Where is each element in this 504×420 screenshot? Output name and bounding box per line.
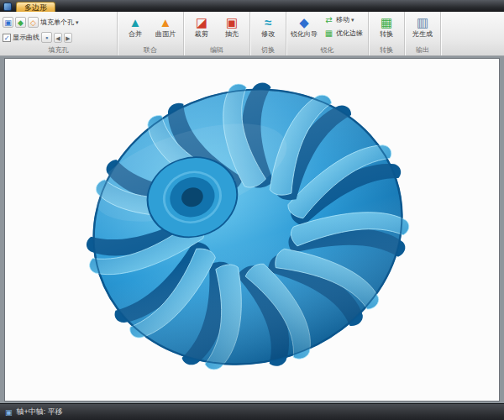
status-text: 轴+中轴: 平移: [17, 407, 63, 417]
show-curve-row: ✓ 显示曲线 ▪ ◀ ▶: [3, 31, 79, 44]
move-label: 移动: [336, 15, 349, 24]
move-icon: ⇄: [323, 15, 334, 24]
status-mode-icon: ▣: [5, 408, 13, 417]
impeller-model[interactable]: [5, 59, 499, 401]
group-label-switch: 切换: [250, 45, 286, 55]
edge-optimize-button[interactable]: ▦ 优化边缘: [321, 27, 365, 39]
main-area: [0, 56, 504, 403]
statusbar: ▣ 轴+中轴: 平移: [0, 403, 504, 420]
sharpen-wizard-label: 锐化向导: [291, 30, 318, 38]
app-window: 多边形 ▣ ◆ ◇ 填充单个孔 ▾ ✓ 显示曲线 ▪ ◀ ▶: [0, 0, 504, 420]
trim-icon: ◪: [196, 14, 207, 30]
ribbon-group-switch: ≈ 修改 切换: [250, 12, 286, 55]
group-label-sharpen: 锐化: [286, 45, 368, 55]
shell-button[interactable]: ▣ 抽壳: [217, 13, 247, 39]
edge-optimize-label: 优化边缘: [336, 29, 363, 38]
sharpen-wizard-icon: ◆: [299, 14, 309, 30]
generate-button[interactable]: ▥ 光生成: [407, 13, 438, 39]
modify-icon: ≈: [265, 14, 271, 30]
ribbon: ▣ ◆ ◇ 填充单个孔 ▾ ✓ 显示曲线 ▪ ◀ ▶ 填充孔 ▲: [0, 12, 504, 56]
modify-label: 修改: [261, 30, 275, 38]
fill-hole-icon[interactable]: ▣: [3, 17, 13, 28]
surface-patch-icon: ▲: [160, 14, 172, 30]
ribbon-group-fill-holes: ▣ ◆ ◇ 填充单个孔 ▾ ✓ 显示曲线 ▪ ◀ ▶ 填充孔: [0, 12, 118, 55]
ribbon-group-edit: ◪ 裁剪 ▣ 抽壳 编辑: [184, 12, 250, 55]
convert-label: 转换: [380, 30, 393, 38]
merge-icon: ▲: [129, 14, 142, 30]
model-viewport[interactable]: [4, 58, 500, 402]
ribbon-group-merge: ▲ 合并 ▲ 曲面片 联合: [118, 12, 184, 55]
group-label-fill: 填充孔: [0, 45, 117, 55]
tab-polygon[interactable]: 多边形: [16, 2, 55, 12]
next-hole-icon[interactable]: ▶: [64, 33, 72, 43]
ribbon-group-convert: ▦ 转换 转换: [369, 12, 405, 55]
convert-button[interactable]: ▦ 转换: [371, 13, 402, 39]
shell-icon: ▣: [226, 14, 238, 30]
fill-mode-icon[interactable]: ◆: [15, 17, 26, 28]
move-button[interactable]: ⇄ 移动 ▾: [321, 13, 365, 26]
generate-label: 光生成: [412, 30, 433, 38]
generate-icon: ▥: [417, 14, 428, 30]
surface-patch-label: 曲面片: [155, 30, 176, 38]
modify-button[interactable]: ≈ 修改: [253, 13, 283, 39]
group-label-merge: 联合: [118, 45, 183, 55]
group-label-output: 输出: [405, 45, 440, 55]
chevron-down-icon[interactable]: ▾: [76, 19, 79, 26]
convert-icon: ▦: [381, 14, 392, 30]
ribbon-group-sharpen: ◆ 锐化向导 ⇄ 移动 ▾ ▦ 优化边缘 锐化: [286, 12, 369, 55]
edge-optimize-icon: ▦: [323, 29, 334, 38]
ribbon-group-output: ▥ 光生成 输出: [405, 12, 441, 55]
app-icon[interactable]: [3, 3, 12, 11]
titlebar: 多边形: [0, 0, 504, 12]
curve-option-icon[interactable]: ▪: [41, 32, 52, 43]
trim-label: 裁剪: [195, 30, 208, 38]
shell-label: 抽壳: [225, 30, 239, 38]
trim-button[interactable]: ◪ 裁剪: [186, 13, 217, 39]
merge-button[interactable]: ▲ 合并: [120, 13, 150, 39]
group-label-convert: 转换: [369, 45, 404, 55]
surface-patch-button[interactable]: ▲ 曲面片: [150, 13, 181, 39]
group-label-edit: 编辑: [184, 45, 249, 55]
prev-hole-icon[interactable]: ◀: [54, 33, 62, 43]
bridge-hole-icon[interactable]: ◇: [28, 17, 39, 28]
chevron-down-icon: ▾: [351, 17, 354, 24]
sharpen-wizard-button[interactable]: ◆ 锐化向导: [289, 13, 319, 39]
show-curve-checkbox[interactable]: ✓: [3, 34, 11, 42]
fill-single-hole-row: ▣ ◆ ◇ 填充单个孔 ▾: [3, 16, 79, 29]
fill-single-hole-label[interactable]: 填充单个孔: [40, 18, 74, 27]
merge-label: 合并: [129, 30, 142, 38]
show-curve-label[interactable]: 显示曲线: [13, 33, 39, 42]
